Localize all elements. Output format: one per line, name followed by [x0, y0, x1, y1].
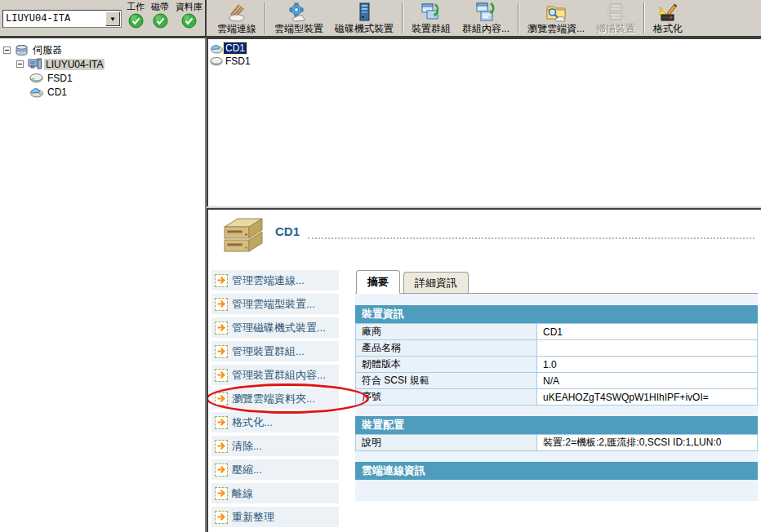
arrow-right-icon	[215, 321, 228, 335]
task-offline[interactable]: 離線	[211, 483, 339, 503]
row-value: 1.0	[537, 357, 758, 373]
toolbar-browse-cloud-folder-button[interactable]: 瀏覽雲端資...	[522, 1, 590, 35]
device-list-item-cd1[interactable]: CD1	[209, 42, 759, 55]
tree-node-servers[interactable]: 伺服器	[3, 43, 203, 57]
cloud-disk-icon	[29, 86, 43, 98]
row-value	[537, 340, 758, 357]
row-value: 裝置:2=機板:2,匯流排:0,SCSI ID:1,LUN:0	[537, 435, 758, 451]
task-label: 管理磁碟機式裝置...	[232, 321, 326, 335]
toolbar-button-label: 格式化	[653, 23, 683, 34]
task-label: 管理雲端連線...	[232, 273, 305, 288]
table-row: 說明 裝置:2=機板:2,匯流排:0,SCSI ID:1,LUN:0	[356, 435, 758, 451]
toolbar-separator	[265, 2, 266, 33]
toolbar-separator	[643, 2, 645, 33]
arrow-right-icon	[215, 345, 228, 358]
toolbar-button-label: 雲端連線	[217, 23, 256, 34]
tree-node-label: 伺服器	[31, 43, 64, 57]
task-label: 清除...	[232, 439, 262, 454]
browse-cloud-folder-icon	[545, 2, 567, 23]
tree-node-fsd1[interactable]: FSD1	[3, 71, 203, 85]
toolbar-format-button[interactable]: 格式化	[648, 1, 688, 35]
task-manage-disk-device[interactable]: 管理磁碟機式裝置...	[211, 317, 339, 338]
tree-collapse-icon[interactable]	[3, 47, 11, 54]
tree-node-cd1[interactable]: CD1	[3, 85, 203, 99]
cloud-device-icon	[288, 2, 309, 23]
row-value: uKEAHOZgT4SWQpW1HIhIPF+ivOI=	[537, 389, 758, 406]
device-list-label: FSD1	[224, 55, 252, 67]
toolbar-device-group-button[interactable]: 裝置群組	[406, 1, 456, 35]
drive-stack-icon	[218, 216, 264, 257]
device-list-item-fsd1[interactable]: FSD1	[209, 55, 759, 68]
arrow-right-icon	[215, 416, 228, 429]
task-manage-cloud-device[interactable]: 管理雲端型裝置...	[211, 294, 339, 314]
row-label: 說明	[356, 435, 537, 451]
table-row: 產品名稱	[356, 340, 758, 357]
status-database: 資料庫	[176, 2, 202, 29]
row-label: 符合 SCSI 規範	[356, 373, 537, 389]
topbar: LIUYU04-ITA ▼ 工作 磁帶	[0, 0, 761, 38]
chevron-down-icon[interactable]: ▼	[105, 11, 120, 26]
task-manage-cloud-connection[interactable]: 管理雲端連線...	[211, 270, 339, 290]
toolbar-group-properties-button[interactable]: 群組內容...	[456, 1, 515, 35]
task-label: 管理裝置群組內容...	[232, 368, 326, 383]
status-tape-label: 磁帶	[151, 2, 169, 11]
toolbar-buttons: 雲端連線 雲端型裝置	[207, 0, 761, 36]
toolbar-button-label: 掃描裝置	[596, 23, 635, 34]
group-properties-icon	[475, 2, 496, 23]
status-tape: 磁帶	[151, 2, 169, 29]
tab-summary[interactable]: 摘要	[356, 270, 400, 294]
task-label: 離線	[232, 486, 253, 501]
task-refresh[interactable]: 重新整理	[211, 507, 339, 527]
toolbar-separator	[402, 2, 403, 33]
toolbar-button-label: 磁碟機式裝置	[335, 23, 394, 34]
tab-strip: 摘要 詳細資訊	[355, 270, 758, 294]
row-label: 序號	[356, 389, 537, 406]
table-row: 廠商 CD1	[356, 324, 758, 340]
task-manage-device-group[interactable]: 管理裝置群組...	[211, 341, 339, 361]
arrow-right-icon	[215, 487, 228, 500]
row-value: CD1	[537, 324, 758, 340]
tree-node-label: CD1	[46, 86, 69, 98]
task-manage-group-properties[interactable]: 管理裝置群組內容...	[211, 365, 339, 385]
summary-tab-panel: 裝置資訊 廠商 CD1 產品名稱	[355, 294, 758, 501]
task-browse-cloud-folder[interactable]: 瀏覽雲端資料夾...	[211, 388, 339, 409]
status-job-label: 工作	[127, 2, 145, 11]
task-label: 壓縮...	[232, 463, 262, 477]
toolbar-disk-device-button[interactable]: 磁碟機式裝置	[329, 1, 399, 35]
header-dotted-rule	[308, 237, 754, 239]
main-body: 伺服器 LIUYU04-ITA	[0, 38, 761, 532]
disk-icon	[209, 55, 224, 67]
tab-label: 摘要	[367, 276, 389, 288]
task-label: 管理雲端型裝置...	[232, 297, 315, 312]
tab-details[interactable]: 詳細資訊	[403, 272, 469, 293]
task-erase[interactable]: 清除...	[211, 436, 339, 456]
task-format[interactable]: 格式化...	[211, 412, 339, 432]
arrow-right-icon	[215, 298, 228, 311]
task-menu: 管理雲端連線... 管理雲端型裝置... 管理磁碟機式裝置... 管理	[211, 270, 339, 530]
task-compress[interactable]: 壓縮...	[211, 459, 339, 480]
toolbar-button-label: 群組內容...	[462, 23, 510, 34]
toolbar-cloud-device-button[interactable]: 雲端型裝置	[269, 1, 329, 35]
detail-content: 摘要 詳細資訊 裝置資訊 廠商 CD1	[355, 270, 758, 501]
device-detail-panel: CD1 管理雲端連線... 管理雲端型裝置...	[207, 208, 761, 532]
toolbar-cloud-connect-button[interactable]: 雲端連線	[211, 1, 262, 35]
check-circle-icon	[153, 13, 168, 29]
server-selector[interactable]: LIUYU04-ITA ▼	[2, 10, 122, 28]
disk-icon	[29, 72, 43, 84]
tab-label: 詳細資訊	[415, 277, 457, 289]
tree-node-server-liuyu04[interactable]: LIUYU04-ITA	[3, 57, 203, 71]
section-header-device-config: 裝置配置	[355, 416, 758, 434]
detail-header: CD1	[208, 210, 761, 270]
check-circle-icon	[181, 13, 197, 29]
toolbar-scan-device-button[interactable]: 掃描裝置	[590, 1, 641, 35]
task-label: 格式化...	[232, 415, 273, 430]
arrow-right-icon	[215, 511, 228, 524]
disk-device-icon	[354, 2, 375, 23]
device-manager-window: LIUYU04-ITA ▼ 工作 磁帶	[0, 0, 761, 532]
detail-title: CD1	[275, 224, 300, 238]
status-database-label: 資料庫	[176, 2, 202, 11]
server-status-bar: LIUYU04-ITA ▼ 工作 磁帶	[0, 0, 207, 36]
cloud-disk-icon	[209, 42, 224, 54]
tree-collapse-icon[interactable]	[16, 60, 24, 68]
arrow-right-icon	[215, 274, 228, 287]
